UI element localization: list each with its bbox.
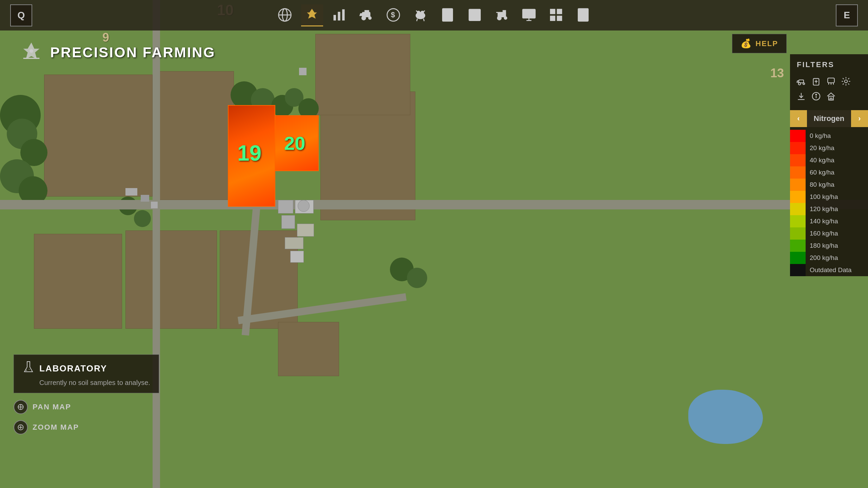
filter-fertilizer-icon[interactable] [810,75,822,87]
legend-item-6: 120 kg/ha [790,203,868,215]
filter-download-icon[interactable] [795,90,807,102]
pan-map-label: PAN MAP [33,403,71,411]
legend-label-10: 200 kg/ha [806,254,868,262]
svg-rect-64 [830,98,832,100]
legend-color-1 [790,142,806,154]
nav-grid[interactable] [545,4,567,26]
silo [298,200,310,212]
pan-map-control[interactable]: PAN MAP [14,400,79,414]
filter-home-icon[interactable] [825,90,837,102]
svg-point-25 [504,17,507,19]
nitrogen-selector: ‹ Nitrogen › [790,110,868,127]
nav-icons: $ [274,4,594,26]
svg-line-16 [417,19,417,21]
map-container[interactable]: 17 18 19 20 21 11 25 26 27 28 [0,0,868,488]
nav-animals[interactable] [410,4,432,26]
filter-spray-icon[interactable] [825,75,837,87]
legend-label-1: 20 kg/ha [806,144,868,152]
svg-point-14 [417,11,420,14]
filter-settings-icon[interactable] [840,75,852,87]
nav-tractor[interactable] [355,4,377,26]
pan-map-icon [14,400,28,414]
legend-color-3 [790,166,806,179]
map-controls: PAN MAP ZOOM MAP [14,400,79,441]
building-3 [141,195,149,202]
q-button[interactable]: Q [10,4,32,26]
filter-info-circle-icon[interactable] [810,90,822,102]
svg-point-50 [803,83,805,84]
nav-precision-farming[interactable] [301,4,323,26]
legend-item-2: 40 kg/ha [790,154,868,166]
nitrogen-prev-button[interactable]: ‹ [790,110,807,127]
e-button[interactable]: E [836,4,858,26]
precision-farming-title: PRECISION FARMING [20,41,215,64]
svg-point-41 [29,369,30,370]
nitrogen-label: Nitrogen [807,110,851,127]
legend-item-8: 160 kg/ha [790,227,868,240]
field-17 [44,75,153,197]
building-2 [125,188,137,196]
lab-icon [22,361,35,376]
filter-tractor-icon[interactable] [795,75,807,87]
field-28 [278,322,339,376]
svg-point-40 [26,370,27,371]
legend-label-2: 40 kg/ha [806,157,868,164]
legend-item-0: 0 kg/ha [790,130,868,142]
legend-label-9: 180 kg/ha [806,242,868,249]
nav-finance[interactable]: $ [382,4,405,26]
pond [688,390,763,444]
filters-header: FILTERS [790,54,868,73]
legend-color-4 [790,179,806,191]
nav-equipment[interactable] [491,4,513,26]
svg-rect-6 [342,9,344,20]
lab-title: LABORATORY [39,363,107,374]
svg-rect-54 [828,78,834,83]
svg-point-35 [582,11,584,13]
legend-label-3: 60 kg/ha [806,169,868,176]
help-button[interactable]: 💰 HELP [732,34,787,53]
svg-point-58 [845,80,847,83]
field-11 [315,34,410,115]
legend-item-1: 20 kg/ha [790,142,868,154]
nav-info[interactable] [572,4,594,26]
legend-item-5: 100 kg/ha [790,191,868,203]
legend-label-5: 100 kg/ha [806,193,868,201]
legend-label-7: 140 kg/ha [806,218,868,225]
legend-item-4: 80 kg/ha [790,179,868,191]
zoom-map-control[interactable]: ZOOM MAP [14,420,79,434]
building-1 [299,68,307,75]
legend-label-0: 0 kg/ha [806,132,868,140]
farm-building-6 [290,251,304,263]
trees-14 [407,268,427,288]
svg-rect-31 [557,9,562,14]
svg-point-8 [362,16,366,20]
zoom-map-label: ZOOM MAP [33,423,79,432]
nav-monitor[interactable] [518,4,540,26]
legend-color-5 [790,191,806,203]
legend-item-11: Outdated Data [790,264,868,276]
lab-subtitle: Currently no soil samples to analyse. [22,379,150,387]
farm-building-5 [285,237,303,249]
nav-animal-pen[interactable] [464,4,486,26]
svg-rect-30 [551,9,555,14]
precision-farming-icon [20,41,44,64]
field-18 [156,71,234,200]
nitrogen-legend: 0 kg/ha20 kg/ha40 kg/ha60 kg/ha80 kg/ha1… [790,130,868,276]
svg-rect-33 [557,16,562,20]
field-19-label: 19 [237,141,261,166]
zoom-map-icon [14,420,28,434]
legend-label-8: 160 kg/ha [806,230,868,237]
svg-point-24 [497,16,501,20]
legend-color-8 [790,227,806,240]
svg-rect-4 [334,15,336,21]
svg-line-17 [423,19,424,21]
legend-item-10: 200 kg/ha [790,252,868,264]
nav-contracts[interactable] [437,4,459,26]
nav-globe[interactable] [274,4,296,26]
legend-label-4: 80 kg/ha [806,181,868,188]
nitrogen-next-button[interactable]: › [851,110,868,127]
trees-12 [134,210,151,227]
svg-point-61 [816,94,817,95]
nav-stats[interactable] [328,4,350,26]
precision-farming-label: PRECISION FARMING [50,44,215,61]
